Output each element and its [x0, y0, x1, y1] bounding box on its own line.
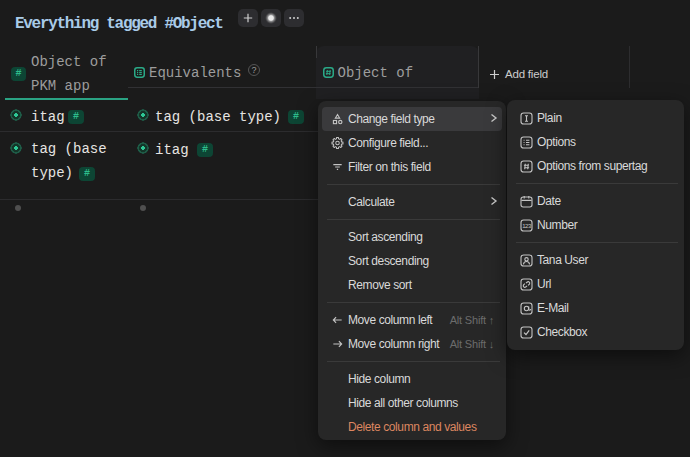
- svg-text:123: 123: [522, 222, 532, 228]
